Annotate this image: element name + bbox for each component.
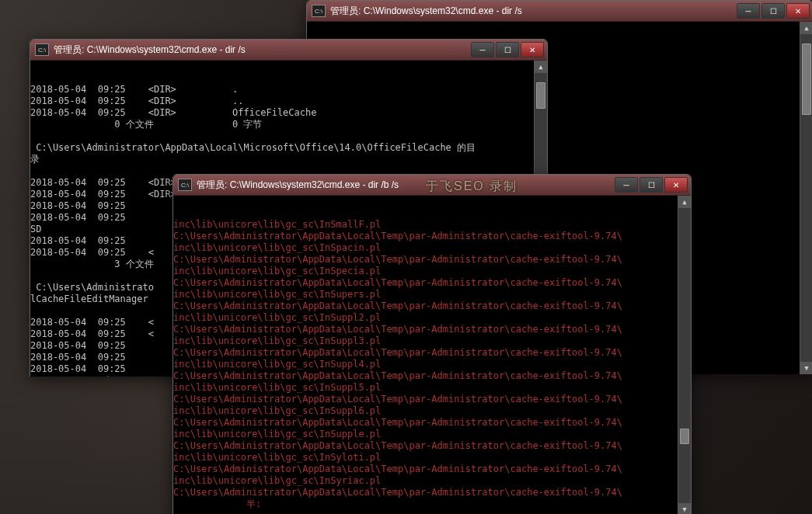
terminal-line: C:\Users\Administrator\AppData\Local\Tem… xyxy=(173,254,691,266)
scroll-thumb[interactable] xyxy=(680,429,689,444)
window-buttons: ─ ☐ ✕ xyxy=(735,3,810,19)
terminal-line: 2018-05-04 09:25 <DIR> OfficeFileCache xyxy=(30,107,547,119)
scroll-down-icon[interactable]: ▼ xyxy=(800,362,812,374)
terminal-line: C:\Users\Administrator\AppData\Local\Tem… xyxy=(173,440,691,452)
terminal-line: inc\lib\unicore\lib\gc_sc\InSpacin.pl xyxy=(173,242,691,254)
terminal-line: inc\lib\unicore\lib\gc_sc\InSyloti.pl xyxy=(173,452,691,464)
terminal-line: 半: xyxy=(173,498,691,510)
terminal-line: C:\Users\Administrator\AppData\Local\Tem… xyxy=(173,231,691,242)
terminal-line: 2018-05-04 09:25 <DIR> . xyxy=(30,84,547,96)
scroll-thumb[interactable] xyxy=(802,43,811,115)
terminal-line: inc\lib\unicore\lib\gc_sc\InSuppl5.pl xyxy=(173,382,691,394)
scrollbar[interactable]: ▲ ▼ xyxy=(800,22,812,374)
terminal-line: C:\Users\Administrator\AppData\Local\Tem… xyxy=(173,487,691,498)
window-title: 管理员: C:\Windows\system32\cmd.exe - dir /… xyxy=(330,5,735,18)
terminal-line: inc\lib\unicore\lib\gc_sc\InSuppl4.pl xyxy=(173,359,691,370)
close-button[interactable]: ✕ xyxy=(521,42,544,57)
scrollbar[interactable]: ▲ ▼ xyxy=(678,196,691,514)
terminal-line: C:\Users\Administrator\AppData\Local\Mic… xyxy=(30,142,547,154)
minimize-button[interactable]: ─ xyxy=(471,42,494,57)
terminal-line: inc\lib\unicore\lib\gc_sc\InSupple.pl xyxy=(173,429,691,440)
scroll-up-icon[interactable]: ▲ xyxy=(535,61,547,73)
terminal-line xyxy=(30,130,547,142)
window-title: 管理员: C:\Windows\system32\cmd.exe - dir /… xyxy=(197,179,613,192)
close-button[interactable]: ✕ xyxy=(786,3,810,19)
cmd-icon: C:\ xyxy=(312,5,326,17)
terminal-output[interactable]: inc\lib\unicore\lib\gc_sc\InSmallF.plC:\… xyxy=(173,196,691,514)
scroll-down-icon[interactable]: ▼ xyxy=(678,503,691,514)
terminal-line: C:\Users\Administrator\AppData\Local\Tem… xyxy=(173,417,691,429)
titlebar[interactable]: C:\ 管理员: C:\Windows\system32\cmd.exe - d… xyxy=(307,1,812,22)
terminal-line: 录 xyxy=(30,154,547,165)
terminal-line: C:\Users\Administrator\AppData\Local\Tem… xyxy=(173,464,691,475)
terminal-line: inc\lib\unicore\lib\gc_sc\InSyriac.pl xyxy=(173,475,691,487)
window-title: 管理员: C:\Windows\system32\cmd.exe - dir /… xyxy=(54,43,469,57)
maximize-button[interactable]: ☐ xyxy=(639,177,663,193)
scroll-up-icon[interactable]: ▲ xyxy=(800,22,812,34)
terminal-line: C:\Users\Administrator\AppData\Local\Tem… xyxy=(173,394,691,405)
cmd-icon: C:\ xyxy=(178,179,192,191)
maximize-button[interactable]: ☐ xyxy=(761,3,785,19)
terminal-line: C:\Users\Administrator\AppData\Local\Tem… xyxy=(173,300,691,312)
terminal-line: inc\lib\unicore\lib\gc_sc\InSpecia.pl xyxy=(173,266,691,277)
terminal-line: 0 个文件 0 字节 xyxy=(30,119,547,130)
cmd-window-front[interactable]: C:\ 管理员: C:\Windows\system32\cmd.exe - d… xyxy=(173,174,692,514)
scroll-up-icon[interactable]: ▲ xyxy=(678,196,691,208)
terminal-line: inc\lib\unicore\lib\gc_sc\InSupers.pl xyxy=(173,289,691,300)
window-buttons: ─ ☐ ✕ xyxy=(613,177,688,193)
terminal-line: C:\Users\Administrator\AppData\Local\Tem… xyxy=(173,347,691,359)
close-button[interactable]: ✕ xyxy=(664,177,688,193)
terminal-line: inc\lib\unicore\lib\gc_sc\InSmallF.pl xyxy=(173,219,691,231)
watermark-text: 于飞SEO 录制 xyxy=(426,179,518,195)
minimize-button[interactable]: ─ xyxy=(737,3,760,19)
terminal-line: inc\lib\unicore\lib\gc_sc\InSuppl3.pl xyxy=(173,335,691,347)
terminal-line: inc\lib\unicore\lib\gc_sc\InSuppl6.pl xyxy=(173,405,691,417)
terminal-line: C:\Users\Administrator\AppData\Local\Tem… xyxy=(173,277,691,289)
terminal-line: inc\lib\unicore\lib\gc_sc\InSuppl2.pl xyxy=(173,312,691,324)
window-buttons: ─ ☐ ✕ xyxy=(469,42,544,57)
terminal-line: 2018-05-04 09:25 <DIR> .. xyxy=(30,96,547,107)
minimize-button[interactable]: ─ xyxy=(615,177,638,193)
terminal-line: C:\Users\Administrator\AppData\Local\Tem… xyxy=(173,324,691,335)
terminal-line: C:\Users\Administrator\AppData\Local\Tem… xyxy=(173,370,691,382)
titlebar[interactable]: C:\ 管理员: C:\Windows\system32\cmd.exe - d… xyxy=(30,40,547,61)
cmd-icon: C:\ xyxy=(35,43,49,56)
maximize-button[interactable]: ☐ xyxy=(496,42,519,57)
scroll-thumb[interactable] xyxy=(536,82,545,109)
